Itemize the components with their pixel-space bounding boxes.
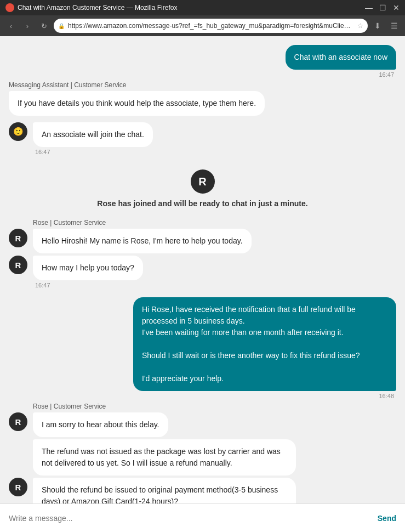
forward-button[interactable]: › bbox=[21, 19, 34, 32]
user-message-1: Chat with an associate now 16:47 bbox=[9, 45, 396, 78]
menu-button[interactable]: ☰ bbox=[387, 19, 401, 32]
rose-avatar-2: R bbox=[9, 256, 27, 274]
user-bubble-2-line1: Hi Rose,I have received the notification… bbox=[142, 305, 356, 325]
system-message-block: Messaging Assistant | Customer Service I… bbox=[9, 81, 396, 116]
rose-avatar-4: R bbox=[9, 478, 27, 496]
user-bubble-2-line2: I've been waiting for more than one mont… bbox=[142, 328, 344, 337]
send-button[interactable]: Send bbox=[378, 514, 396, 523]
window-title: Chat with Amazon Customer Service — Mozi… bbox=[18, 4, 365, 12]
rose-avatar-3: R bbox=[9, 412, 27, 431]
user-bubble-1: Chat with an associate now bbox=[286, 45, 396, 70]
agent-bubble-2c-content: Should the refund be issued to original … bbox=[33, 478, 296, 503]
agent-bubble-row-2a: R I am sorry to hear about this delay. bbox=[9, 412, 396, 437]
system-timestamp: 16:47 bbox=[35, 149, 153, 155]
agent-bubble-row-2c: R Should the refund be issued to origina… bbox=[9, 478, 396, 503]
system-header: Messaging Assistant | Customer Service bbox=[9, 81, 396, 89]
chat-input-area: Send bbox=[0, 503, 405, 532]
system-avatar: 🙂 bbox=[9, 122, 27, 141]
system-bubble-1: If you have details you think would help… bbox=[9, 91, 265, 116]
bookmark-icon[interactable]: ☆ bbox=[357, 22, 363, 30]
agent-timestamp-1: 16:47 bbox=[35, 282, 143, 288]
user-bubble-2-line3: Should I still wait or is there another … bbox=[142, 351, 360, 360]
agent-bubble-1b: How may I help you today? bbox=[33, 256, 143, 280]
lock-icon: 🔒 bbox=[58, 23, 65, 29]
join-notification: R Rose has joined and will be ready to c… bbox=[9, 169, 396, 208]
agent-bubble-1a: Hello Hiroshi! My name is Rose, I'm here… bbox=[33, 229, 252, 253]
system-avatar-icon: 🙂 bbox=[13, 127, 24, 137]
join-text: Rose has joined and will be ready to cha… bbox=[97, 199, 307, 208]
agent-label-1: Rose | Customer Service bbox=[33, 219, 396, 227]
agent-bubble-2a: I am sorry to hear about this delay. bbox=[33, 412, 168, 437]
back-button[interactable]: ‹ bbox=[4, 19, 18, 32]
agent-bubble-row-1b: R How may I help you today? 16:47 bbox=[9, 256, 396, 288]
agent-bubble-2b: The refund was not issued as the package… bbox=[33, 439, 296, 476]
system-bubble-2-content: An associate will join the chat. 16:47 bbox=[33, 122, 153, 155]
firefox-icon bbox=[5, 3, 14, 12]
system-bubble-2: An associate will join the chat. bbox=[33, 122, 153, 147]
extensions-button[interactable]: ⬇ bbox=[371, 19, 384, 32]
rose-join-avatar: R bbox=[191, 169, 215, 194]
user-timestamp-1: 16:47 bbox=[379, 71, 394, 78]
window-controls[interactable]: — ☐ ✕ bbox=[365, 4, 400, 12]
user-message-2: Hi Rose,I have received the notification… bbox=[9, 297, 396, 399]
maximize-button[interactable]: ☐ bbox=[379, 4, 386, 12]
agent-bubble-1b-content: How may I help you today? 16:47 bbox=[33, 256, 143, 288]
url-text: https://www.amazon.com/message-us?ref_=f… bbox=[68, 22, 354, 30]
user-bubble-2: Hi Rose,I have received the notification… bbox=[133, 297, 396, 391]
user-bubble-2-line4: I'd appreciate your help. bbox=[142, 374, 224, 383]
address-bar[interactable]: 🔒 https://www.amazon.com/message-us?ref_… bbox=[54, 19, 368, 33]
chat-area: Chat with an associate now 16:47 Messagi… bbox=[0, 36, 405, 503]
user-timestamp-2: 16:48 bbox=[379, 393, 394, 399]
agent-bubble-row-1a: R Hello Hiroshi! My name is Rose, I'm he… bbox=[9, 229, 396, 253]
agent-message-block-1: Rose | Customer Service R Hello Hiroshi!… bbox=[9, 219, 396, 291]
system-message-2: 🙂 An associate will join the chat. 16:47 bbox=[9, 122, 396, 155]
message-input[interactable] bbox=[9, 514, 378, 523]
agent-bubble-2c: Should the refund be issued to original … bbox=[33, 478, 296, 503]
agent-bubble-row-2b: The refund was not issued as the package… bbox=[33, 439, 396, 476]
rose-avatar-1: R bbox=[9, 229, 27, 247]
agent-message-block-2: Rose | Customer Service R I am sorry to … bbox=[9, 403, 396, 503]
agent-label-2: Rose | Customer Service bbox=[33, 403, 396, 410]
refresh-button[interactable]: ↻ bbox=[37, 19, 50, 32]
browser-bar: ‹ › ↻ 🔒 https://www.amazon.com/message-u… bbox=[0, 15, 405, 36]
close-button[interactable]: ✕ bbox=[393, 4, 400, 12]
minimize-button[interactable]: — bbox=[365, 4, 373, 12]
title-bar: Chat with Amazon Customer Service — Mozi… bbox=[0, 0, 405, 15]
